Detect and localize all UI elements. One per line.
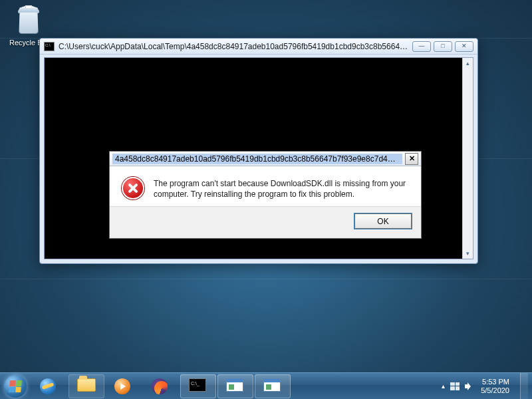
- close-icon: ✕: [462, 43, 467, 49]
- minimize-icon: —: [419, 43, 425, 49]
- media-player-icon: [114, 378, 130, 394]
- scroll-up-button[interactable]: ▴: [463, 58, 473, 68]
- action-center-icon[interactable]: [450, 382, 460, 390]
- clock-date: 5/5/2020: [481, 386, 509, 395]
- close-icon: ✕: [409, 154, 415, 163]
- tray-overflow-button[interactable]: ▴: [442, 382, 445, 390]
- dialog-title-text: 4a458dc8c84917adeb10ad5796fb5419db1cbd9c…: [112, 154, 402, 164]
- firefox-icon: [152, 378, 168, 394]
- clock-time: 5:53 PM: [481, 378, 509, 386]
- taskbar-cmd-button[interactable]: [180, 374, 216, 398]
- error-icon: [122, 177, 144, 200]
- ok-button[interactable]: OK: [354, 213, 412, 229]
- maximize-icon: □: [441, 43, 444, 49]
- app-window-icon: [226, 378, 243, 392]
- dialog-close-button[interactable]: ✕: [405, 153, 418, 165]
- maximize-button[interactable]: □: [434, 41, 452, 52]
- recycle-bin-icon: [13, 5, 45, 37]
- taskbar-clock[interactable]: 5:53 PM 5/5/2020: [481, 378, 509, 394]
- start-button[interactable]: [0, 373, 31, 400]
- close-button[interactable]: ✕: [455, 41, 473, 52]
- taskbar[interactable]: ▴ 5:53 PM 5/5/2020: [0, 372, 532, 399]
- minimize-button[interactable]: —: [412, 41, 431, 52]
- system-tray[interactable]: ▴ 5:53 PM 5/5/2020: [435, 373, 532, 399]
- cmd-icon: [44, 42, 55, 51]
- taskbar-firefox-button[interactable]: [143, 374, 179, 398]
- console-title: C:\Users\cuck\AppData\Local\Temp\4a458dc…: [59, 42, 408, 51]
- windows-logo-icon: [4, 375, 27, 398]
- vertical-scrollbar[interactable]: ▴ ▾: [462, 58, 473, 259]
- cmd-icon: [189, 378, 206, 392]
- console-titlebar[interactable]: C:\Users\cuck\AppData\Local\Temp\4a458dc…: [40, 39, 477, 55]
- taskbar-ie-button[interactable]: [31, 374, 67, 398]
- error-message: The program can't start because Download…: [154, 177, 409, 200]
- taskbar-explorer-button[interactable]: [68, 374, 104, 398]
- taskbar-media-player-button[interactable]: [106, 374, 142, 398]
- app-window-icon: [263, 378, 281, 392]
- internet-explorer-icon: [40, 378, 56, 394]
- taskbar-app1-button[interactable]: [217, 374, 253, 398]
- file-explorer-icon: [77, 378, 96, 392]
- scroll-down-button[interactable]: ▾: [463, 248, 473, 259]
- system-error-dialog[interactable]: 4a458dc8c84917adeb10ad5796fb5419db1cbd9c…: [109, 151, 422, 239]
- dialog-titlebar[interactable]: 4a458dc8c84917adeb10ad5796fb5419db1cbd9c…: [110, 152, 421, 166]
- show-desktop-button[interactable]: [520, 373, 528, 400]
- volume-icon[interactable]: [465, 382, 474, 390]
- taskbar-app2-button[interactable]: [255, 374, 291, 398]
